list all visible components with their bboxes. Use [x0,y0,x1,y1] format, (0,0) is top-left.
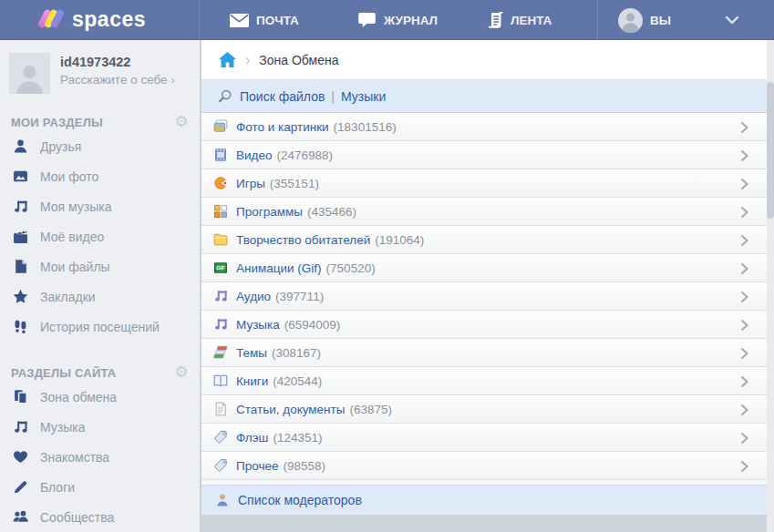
sidebar-item-visit-history[interactable]: История посещений [0,312,200,342]
category-row-video[interactable]: Видео (2476988) [201,141,767,169]
tag-icon [212,430,228,445]
category-row-articles[interactable]: Статьи, документы (63875) [201,395,767,424]
sidebar-item-my-photos[interactable]: Мои фото [0,161,200,191]
sidebar-item-communities[interactable]: Сообщества [0,502,200,532]
scrollbar-track[interactable] [767,40,774,532]
pictures-stack-icon [212,119,228,134]
category-row-books[interactable]: Книги (420544) [201,367,767,395]
moderator-person-icon [215,493,230,507]
profile-avatar[interactable] [9,53,50,94]
group-icon [11,509,29,525]
search-music-link[interactable]: Музыки [341,89,386,104]
category-row-games[interactable]: Игры (355151) [201,169,767,198]
category-name: Анимации (Gif) [236,261,322,275]
footprints-icon [11,319,29,334]
category-row-audio[interactable]: Аудио (397711) [201,282,767,311]
pen-icon [11,479,29,495]
category-name: Программы [236,205,303,219]
folder-icon [212,232,228,247]
scrollbar-thumb[interactable] [767,82,774,219]
category-count: (397711) [275,290,324,303]
category-row-creativity[interactable]: Творчество обитателей (191064) [201,226,767,254]
category-name: Статьи, документы [236,403,345,416]
main-content: Зона Обмена Поиск файлов | Музыки Фото и… [201,40,774,532]
open-book-icon [212,373,228,388]
nav-journal-label: ЖУРНАЛ [384,14,438,27]
gear-icon[interactable]: ⚙ [175,115,189,129]
category-count: (124351) [273,431,322,445]
section-title: РАЗДЕЛЫ САЙТА [11,366,116,380]
sidebar-item-dating[interactable]: Знакомства [0,442,200,472]
moderators-list-link[interactable]: Список модераторов [238,493,362,507]
sidebar-item-my-files[interactable]: Мои файлы [0,251,200,281]
category-count: (6594009) [284,318,341,332]
music-note-icon [212,289,228,303]
sidebar-item-label: Знакомства [40,450,109,465]
chevron-right-icon [740,347,748,363]
sidebar-item-blogs[interactable]: Блоги [0,472,200,502]
nav-mail[interactable]: ПОЧТА [230,0,299,40]
sidebar-item-label: Мои файлы [40,260,110,274]
sidebar-item-label: Друзья [40,139,81,154]
sidebar-item-exchange-zone[interactable]: Зона обмена [0,382,200,412]
header-menu-toggle[interactable] [725,0,739,40]
category-count: (750520) [326,261,376,275]
sidebar-item-label: Блоги [40,480,75,495]
category-count: (191064) [375,233,424,247]
chevron-right-icon [740,234,748,251]
sidebar-item-bookmarks[interactable]: Закладки [0,281,200,312]
gear-icon[interactable]: ⚙ [175,365,189,380]
category-row-music[interactable]: Музыка (6594009) [201,311,767,339]
nav-you[interactable]: ВЫ [618,0,671,40]
film-strip-icon [212,148,228,162]
sidebar-item-label: История посещений [40,320,160,334]
about-me-link[interactable]: Расскажите о себе [60,73,175,87]
tag-icon [212,458,228,473]
category-count: (420544) [273,374,322,388]
feed-scroll-icon [488,12,503,29]
user-id[interactable]: id41973422 [60,55,175,69]
sidebar-item-label: Мои фото [40,169,98,184]
sidebar-item-friends[interactable]: Друзья [0,131,200,161]
photo-icon [11,169,29,184]
moderators-bar: Список модераторов [201,485,767,515]
category-name: Книги [236,374,268,388]
header-divider [597,0,598,39]
chevron-right-icon [740,206,748,222]
document-icon [212,402,228,416]
category-row-photos[interactable]: Фото и картинки (18301516) [201,113,767,141]
category-count: (355151) [270,177,319,190]
spaces-logo[interactable]: spaces [40,6,146,32]
chevron-right-icon [740,404,748,420]
nav-feed[interactable]: ЛЕНТА [488,0,552,40]
category-row-flash[interactable]: Флэш (124351) [201,424,767,452]
person-icon [11,138,29,154]
chevron-right-icon [740,149,748,166]
clapperboard-icon [11,229,29,244]
pacman-icon [212,176,228,190]
file-exchange-icon [11,389,29,404]
heart-icon [11,449,29,465]
sidebar: id41973422 Расскажите о себе МОИ РАЗДЕЛЫ… [0,40,201,532]
nav-journal[interactable]: ЖУРНАЛ [357,0,438,40]
home-icon[interactable] [219,52,236,67]
category-name: Музыка [236,318,280,332]
category-row-programs[interactable]: Программы (435466) [201,198,767,226]
search-files-link[interactable]: Поиск файлов [240,89,325,104]
sidebar-item-music[interactable]: Музыка [0,412,200,442]
category-row-themes[interactable]: Темы (308167) [201,339,767,367]
chevron-right-icon [740,121,748,138]
page: spaces ПОЧТА ЖУРНАЛ ЛЕНТА ВЫ [0,0,774,532]
category-count: (2476988) [276,148,333,162]
svg-text:GIF: GIF [216,265,225,271]
category-row-animations[interactable]: GIF Анимации (Gif) (750520) [201,254,767,282]
chevron-right-icon [168,73,176,87]
search-icon [217,89,232,104]
chevron-down-icon [725,15,739,25]
file-icon [11,259,29,274]
sidebar-item-my-music[interactable]: Моя музыка [0,191,200,221]
chevron-right-icon [740,291,748,307]
category-row-other[interactable]: Прочее (98558) [201,452,767,480]
sidebar-item-my-video[interactable]: Моё видео [0,221,200,251]
sidebar-item-label: Зона обмена [40,390,117,404]
